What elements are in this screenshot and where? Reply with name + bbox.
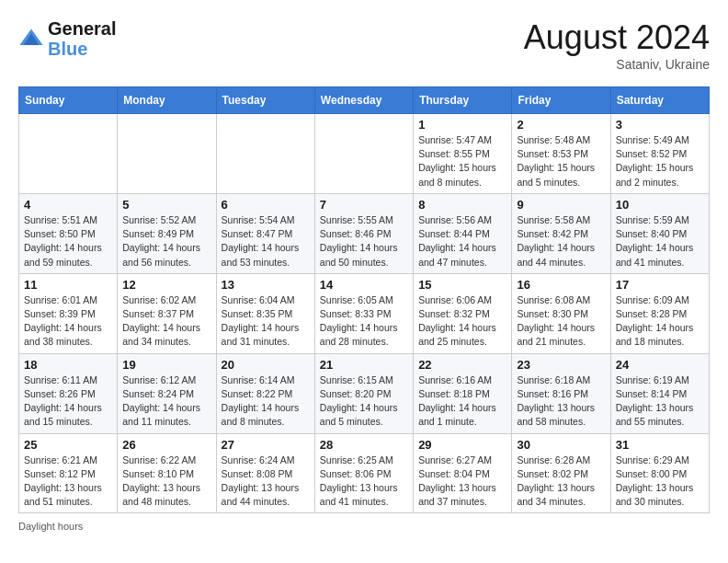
day-info: Sunrise: 6:14 AMSunset: 8:22 PMDaylight:…	[222, 373, 310, 430]
title-block: August 2024 Sataniv, Ukraine	[524, 18, 710, 72]
day-info: Sunrise: 5:55 AMSunset: 8:46 PMDaylight:…	[320, 213, 408, 270]
day-info: Sunrise: 5:49 AMSunset: 8:52 PMDaylight:…	[616, 133, 704, 190]
day-number: 2	[517, 118, 605, 132]
weekday-header: Friday	[512, 87, 610, 114]
day-info: Sunrise: 6:18 AMSunset: 8:16 PMDaylight:…	[517, 373, 605, 430]
day-info: Sunrise: 6:28 AMSunset: 8:02 PMDaylight:…	[517, 454, 605, 510]
logo-icon	[18, 26, 44, 52]
calendar-cell: 2Sunrise: 5:48 AMSunset: 8:53 PMDaylight…	[512, 114, 610, 194]
footer-text: Daylight hours	[18, 521, 83, 532]
calendar-week: 4Sunrise: 5:51 AMSunset: 8:50 PMDaylight…	[19, 193, 710, 273]
day-number: 8	[418, 198, 506, 212]
day-info: Sunrise: 6:12 AMSunset: 8:24 PMDaylight:…	[122, 373, 210, 430]
calendar-cell: 20Sunrise: 6:14 AMSunset: 8:22 PMDayligh…	[216, 353, 314, 433]
calendar-cell: 5Sunrise: 5:52 AMSunset: 8:49 PMDaylight…	[118, 193, 216, 273]
calendar-cell	[314, 114, 413, 194]
weekday-header: Sunday	[19, 87, 118, 114]
day-number: 9	[517, 198, 605, 212]
calendar-cell: 4Sunrise: 5:51 AMSunset: 8:50 PMDaylight…	[19, 193, 118, 273]
calendar-week: 25Sunrise: 6:21 AMSunset: 8:12 PMDayligh…	[19, 433, 710, 513]
calendar-cell: 27Sunrise: 6:24 AMSunset: 8:08 PMDayligh…	[216, 433, 314, 513]
footer-note: Daylight hours	[18, 521, 710, 532]
day-info: Sunrise: 5:56 AMSunset: 8:44 PMDaylight:…	[418, 213, 506, 270]
weekday-header: Wednesday	[314, 87, 413, 114]
day-info: Sunrise: 6:16 AMSunset: 8:18 PMDaylight:…	[418, 373, 506, 430]
day-info: Sunrise: 6:27 AMSunset: 8:04 PMDaylight:…	[418, 454, 506, 510]
day-number: 20	[222, 358, 310, 372]
day-info: Sunrise: 6:02 AMSunset: 8:37 PMDaylight:…	[122, 293, 210, 350]
day-number: 16	[517, 278, 605, 292]
calendar-cell: 15Sunrise: 6:06 AMSunset: 8:32 PMDayligh…	[414, 273, 512, 353]
day-number: 26	[122, 438, 210, 452]
day-info: Sunrise: 5:51 AMSunset: 8:50 PMDaylight:…	[24, 213, 112, 270]
page-header: General Blue August 2024 Sataniv, Ukrain…	[18, 18, 710, 72]
calendar-cell: 13Sunrise: 6:04 AMSunset: 8:35 PMDayligh…	[216, 273, 314, 353]
day-info: Sunrise: 6:06 AMSunset: 8:32 PMDaylight:…	[418, 293, 506, 350]
day-info: Sunrise: 6:15 AMSunset: 8:20 PMDaylight:…	[320, 373, 408, 430]
day-number: 6	[222, 198, 310, 212]
logo-text: General Blue	[48, 18, 116, 59]
location: Sataniv, Ukraine	[524, 57, 710, 72]
day-info: Sunrise: 5:47 AMSunset: 8:55 PMDaylight:…	[418, 133, 506, 190]
day-number: 24	[616, 358, 704, 372]
day-number: 25	[24, 438, 112, 452]
weekday-header: Monday	[118, 87, 216, 114]
calendar-cell	[19, 114, 118, 194]
day-info: Sunrise: 6:25 AMSunset: 8:06 PMDaylight:…	[320, 454, 408, 510]
day-number: 28	[320, 438, 408, 452]
calendar-cell: 31Sunrise: 6:29 AMSunset: 8:00 PMDayligh…	[610, 433, 709, 513]
calendar-cell: 1Sunrise: 5:47 AMSunset: 8:55 PMDaylight…	[414, 114, 512, 194]
calendar-cell: 8Sunrise: 5:56 AMSunset: 8:44 PMDaylight…	[414, 193, 512, 273]
day-info: Sunrise: 5:48 AMSunset: 8:53 PMDaylight:…	[517, 133, 605, 190]
day-number: 1	[418, 118, 506, 132]
calendar-cell: 22Sunrise: 6:16 AMSunset: 8:18 PMDayligh…	[414, 353, 512, 433]
weekday-header: Thursday	[414, 87, 512, 114]
calendar-cell: 19Sunrise: 6:12 AMSunset: 8:24 PMDayligh…	[118, 353, 216, 433]
day-number: 7	[320, 198, 408, 212]
day-number: 13	[222, 278, 310, 292]
calendar-cell: 12Sunrise: 6:02 AMSunset: 8:37 PMDayligh…	[118, 273, 216, 353]
day-info: Sunrise: 6:29 AMSunset: 8:00 PMDaylight:…	[616, 454, 704, 510]
day-number: 15	[418, 278, 506, 292]
day-info: Sunrise: 5:59 AMSunset: 8:40 PMDaylight:…	[616, 213, 704, 270]
day-number: 31	[616, 438, 704, 452]
day-info: Sunrise: 5:58 AMSunset: 8:42 PMDaylight:…	[517, 213, 605, 270]
month-title: August 2024	[524, 18, 710, 57]
calendar-cell: 11Sunrise: 6:01 AMSunset: 8:39 PMDayligh…	[19, 273, 118, 353]
day-number: 22	[418, 358, 506, 372]
calendar-cell: 7Sunrise: 5:55 AMSunset: 8:46 PMDaylight…	[314, 193, 413, 273]
day-number: 19	[122, 358, 210, 372]
calendar-cell: 21Sunrise: 6:15 AMSunset: 8:20 PMDayligh…	[314, 353, 413, 433]
calendar-week: 11Sunrise: 6:01 AMSunset: 8:39 PMDayligh…	[19, 273, 710, 353]
day-number: 23	[517, 358, 605, 372]
day-info: Sunrise: 6:22 AMSunset: 8:10 PMDaylight:…	[122, 454, 210, 510]
day-number: 21	[320, 358, 408, 372]
day-number: 11	[24, 278, 112, 292]
calendar-cell: 6Sunrise: 5:54 AMSunset: 8:47 PMDaylight…	[216, 193, 314, 273]
day-info: Sunrise: 6:24 AMSunset: 8:08 PMDaylight:…	[222, 454, 310, 510]
day-number: 17	[616, 278, 704, 292]
calendar-header: SundayMondayTuesdayWednesdayThursdayFrid…	[19, 87, 710, 114]
day-info: Sunrise: 6:08 AMSunset: 8:30 PMDaylight:…	[517, 293, 605, 350]
calendar-cell: 23Sunrise: 6:18 AMSunset: 8:16 PMDayligh…	[512, 353, 610, 433]
day-info: Sunrise: 5:52 AMSunset: 8:49 PMDaylight:…	[122, 213, 210, 270]
day-number: 5	[122, 198, 210, 212]
calendar-week: 18Sunrise: 6:11 AMSunset: 8:26 PMDayligh…	[19, 353, 710, 433]
day-info: Sunrise: 6:05 AMSunset: 8:33 PMDaylight:…	[320, 293, 408, 350]
calendar-cell: 16Sunrise: 6:08 AMSunset: 8:30 PMDayligh…	[512, 273, 610, 353]
day-info: Sunrise: 6:01 AMSunset: 8:39 PMDaylight:…	[24, 293, 112, 350]
weekday-header: Tuesday	[216, 87, 314, 114]
calendar-week: 1Sunrise: 5:47 AMSunset: 8:55 PMDaylight…	[19, 114, 710, 194]
calendar-cell: 28Sunrise: 6:25 AMSunset: 8:06 PMDayligh…	[314, 433, 413, 513]
calendar-table: SundayMondayTuesdayWednesdayThursdayFrid…	[18, 86, 710, 513]
calendar-cell: 10Sunrise: 5:59 AMSunset: 8:40 PMDayligh…	[610, 193, 709, 273]
calendar-cell: 25Sunrise: 6:21 AMSunset: 8:12 PMDayligh…	[19, 433, 118, 513]
day-info: Sunrise: 6:21 AMSunset: 8:12 PMDaylight:…	[24, 454, 112, 510]
day-number: 10	[616, 198, 704, 212]
day-number: 12	[122, 278, 210, 292]
day-info: Sunrise: 6:11 AMSunset: 8:26 PMDaylight:…	[24, 373, 112, 430]
weekday-header: Saturday	[610, 87, 709, 114]
day-number: 29	[418, 438, 506, 452]
day-info: Sunrise: 6:19 AMSunset: 8:14 PMDaylight:…	[616, 373, 704, 430]
calendar-cell: 18Sunrise: 6:11 AMSunset: 8:26 PMDayligh…	[19, 353, 118, 433]
